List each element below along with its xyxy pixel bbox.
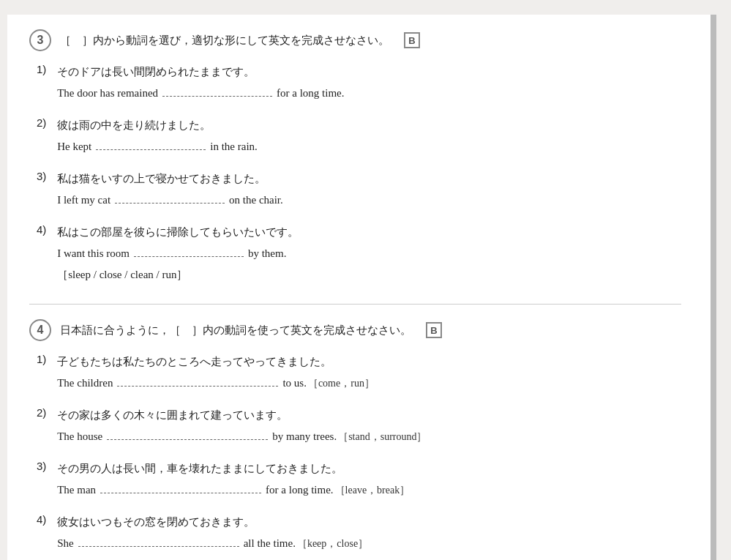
question-3-1: 1) そのドアは長い間閉められたままです。 The door has remai… [37, 63, 681, 103]
section-4: 4 日本語に合うように，［ ］内の動詞を使って英文を完成させなさい。 B 1) … [29, 319, 681, 553]
english-before-4-1: The children [57, 373, 113, 393]
section-3-title: ［ ］内から動詞を選び，適切な形にして英文を完成させなさい。 [60, 34, 389, 48]
question-4-2: 2) その家は多くの木々に囲まれて建っています。 The house by ma… [37, 406, 681, 447]
question-content-4-1: 子どもたちは私たちのところへ走ってやってきました。 The children t… [57, 353, 680, 393]
blank-3-1[interactable] [162, 83, 272, 97]
english-after-4-4: all the time. [244, 534, 296, 553]
english-after-3-2: in the rain. [210, 137, 258, 157]
english-4-4: She all the time. ［keep，close］ [57, 534, 680, 553]
question-3-2: 2) 彼は雨の中を走り続けました。 He kept in the rain. [37, 116, 681, 157]
japanese-3-1: そのドアは長い間閉められたままです。 [57, 63, 680, 81]
english-4-1: The children to us. ［come，run］ [57, 373, 680, 393]
english-3-4: I want this room by them. [57, 244, 680, 264]
english-after-4-1: to us. [282, 373, 307, 393]
question-content-3-4: 私はこの部屋を彼らに掃除してもらいたいです。 I want this room … [57, 223, 680, 282]
japanese-4-3: その男の人は長い間，車を壊れたままにしておきました。 [57, 460, 680, 477]
section-divider [29, 304, 681, 305]
english-after-4-3: for a long time. [266, 480, 333, 500]
blank-4-3[interactable] [100, 480, 261, 493]
question-num-3-2: 2) [37, 116, 54, 129]
english-after-3-4: by them. [248, 244, 287, 264]
hint-4-3: ［leave，break］ [335, 481, 411, 499]
english-after-4-2: by many trees. [272, 427, 337, 447]
section-3-header: 3 ［ ］内から動詞を選び，適切な形にして英文を完成させなさい。 B [29, 29, 681, 51]
english-before-4-4: She [57, 534, 74, 553]
question-4-3: 3) その男の人は長い間，車を壊れたままにしておきました。 The man fo… [37, 460, 681, 500]
section-4-header: 4 日本語に合うように，［ ］内の動詞を使って英文を完成させなさい。 B [29, 319, 681, 341]
section-4-badge: B [426, 322, 442, 338]
page: 3 ［ ］内から動詞を選び，適切な形にして英文を完成させなさい。 B 1) その… [7, 15, 716, 560]
question-num-3-1: 1) [37, 63, 54, 75]
english-before-4-2: The house [57, 427, 102, 447]
hint-4-4: ［keep，close］ [297, 534, 368, 553]
english-before-3-2: He kept [57, 137, 91, 157]
question-3-3: 3) 私は猫をいすの上で寝かせておきました。 I left my cat on … [37, 170, 681, 210]
blank-4-4[interactable] [78, 534, 239, 547]
english-before-4-3: The man [57, 480, 96, 500]
english-3-2: He kept in the rain. [57, 137, 680, 157]
english-after-3-1: for a long time. [277, 83, 344, 103]
japanese-3-2: 彼は雨の中を走り続けました。 [57, 116, 680, 134]
question-content-4-3: その男の人は長い間，車を壊れたままにしておきました。 The man for a… [57, 460, 680, 500]
hint-4-1: ［come，run］ [308, 374, 375, 392]
blank-3-4[interactable] [134, 244, 244, 257]
section-4-title: 日本語に合うように，［ ］内の動詞を使って英文を完成させなさい。 [60, 324, 411, 337]
question-num-3-3: 3) [37, 170, 54, 182]
question-num-4-1: 1) [37, 353, 54, 365]
question-content-4-2: その家は多くの木々に囲まれて建っています。 The house by many … [57, 406, 680, 447]
english-before-3-4: I want this room [57, 244, 130, 264]
question-num-3-4: 4) [37, 223, 54, 236]
question-3-4: 4) 私はこの部屋を彼らに掃除してもらいたいです。 I want this ro… [37, 223, 681, 282]
question-4-1: 1) 子どもたちは私たちのところへ走ってやってきました。 The childre… [37, 353, 681, 393]
japanese-3-4: 私はこの部屋を彼らに掃除してもらいたいです。 [57, 223, 680, 241]
question-4-4: 4) 彼女はいつもその窓を閉めておきます。 She all the time. … [37, 513, 681, 553]
question-content-3-1: そのドアは長い間閉められたままです。 The door has remained… [57, 63, 680, 103]
question-num-4-4: 4) [37, 513, 54, 526]
blank-3-3[interactable] [115, 190, 225, 204]
question-num-4-2: 2) [37, 406, 54, 419]
japanese-4-4: 彼女はいつもその窓を閉めておきます。 [57, 513, 680, 531]
japanese-4-1: 子どもたちは私たちのところへ走ってやってきました。 [57, 353, 680, 370]
hint-4-2: ［stand，surround］ [338, 428, 427, 446]
section-3-questions: 1) そのドアは長い間閉められたままです。 The door has remai… [29, 63, 681, 282]
section-3: 3 ［ ］内から動詞を選び，適切な形にして英文を完成させなさい。 B 1) その… [29, 29, 681, 282]
english-4-3: The man for a long time. ［leave，break］ [57, 480, 680, 500]
word-choices-3-4: ［sleep / close / clean / run］ [57, 268, 680, 282]
blank-4-1[interactable] [117, 373, 278, 387]
question-num-4-3: 3) [37, 460, 54, 472]
english-after-3-3: on the chair. [229, 190, 283, 210]
english-4-2: The house by many trees. ［stand，surround… [57, 427, 680, 447]
section-number-3: 3 [29, 29, 51, 51]
blank-4-2[interactable] [107, 427, 268, 440]
english-before-3-1: The door has remained [57, 83, 158, 103]
question-content-3-3: 私は猫をいすの上で寝かせておきました。 I left my cat on the… [57, 170, 680, 210]
japanese-3-3: 私は猫をいすの上で寝かせておきました。 [57, 170, 680, 187]
english-3-3: I left my cat on the chair. [57, 190, 680, 210]
english-3-1: The door has remained for a long time. [57, 83, 680, 103]
section-number-4: 4 [29, 319, 51, 341]
section-3-badge: B [404, 32, 420, 48]
question-content-4-4: 彼女はいつもその窓を閉めておきます。 She all the time. ［ke… [57, 513, 680, 553]
question-content-3-2: 彼は雨の中を走り続けました。 He kept in the rain. [57, 116, 680, 157]
blank-3-2[interactable] [96, 137, 206, 150]
japanese-4-2: その家は多くの木々に囲まれて建っています。 [57, 406, 680, 424]
english-before-3-3: I left my cat [57, 190, 110, 210]
section-4-questions: 1) 子どもたちは私たちのところへ走ってやってきました。 The childre… [29, 353, 681, 553]
